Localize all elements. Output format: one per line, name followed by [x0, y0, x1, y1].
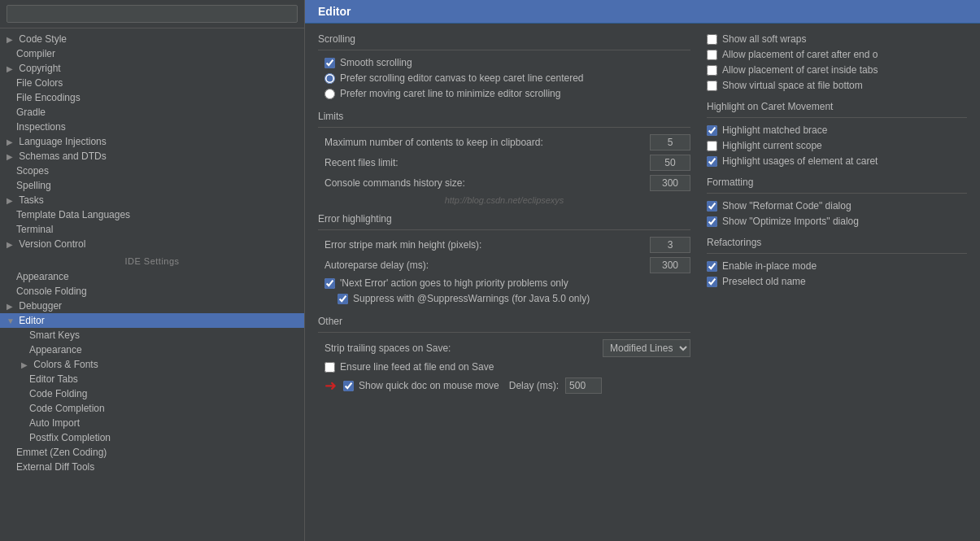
- sidebar-item-appearance-child[interactable]: Appearance: [0, 342, 304, 357]
- sidebar-item-console-folding[interactable]: Console Folding: [0, 284, 304, 299]
- suppress-checkbox[interactable]: [338, 294, 348, 304]
- sidebar-item-smart-keys[interactable]: Smart Keys: [0, 328, 304, 342]
- sidebar-item-terminal[interactable]: Terminal: [0, 222, 304, 237]
- sidebar-item-tasks[interactable]: ▶ Tasks: [0, 193, 304, 207]
- arrow-icon: ▶: [7, 196, 16, 205]
- prefer-scrolling-row: Prefer scrolling editor canvas to keep c…: [318, 72, 690, 84]
- show-soft-wraps-row: Show all soft wraps: [707, 33, 967, 45]
- sidebar-item-external-diff-tools[interactable]: External Diff Tools: [0, 460, 304, 474]
- other-section-title: Other: [318, 316, 690, 327]
- red-arrow-icon: ➜: [324, 377, 337, 395]
- stripe-height-input[interactable]: [650, 237, 690, 253]
- autoreparse-input[interactable]: [650, 257, 690, 273]
- sidebar-tree: ▶ Code Style Compiler ▶ Copyright File C…: [0, 28, 304, 541]
- show-virtual-space-checkbox[interactable]: [707, 81, 717, 91]
- arrow-icon: ▶: [21, 360, 31, 369]
- sidebar-item-schemas-dtds[interactable]: ▶ Schemas and DTDs: [0, 149, 304, 164]
- sidebar-item-emmet[interactable]: Emmet (Zen Coding): [0, 445, 304, 460]
- delay-input[interactable]: [565, 377, 602, 394]
- prefer-moving-row: Prefer moving caret line to minimize edi…: [318, 88, 690, 99]
- sidebar: ▶ Code Style Compiler ▶ Copyright File C…: [0, 0, 305, 541]
- arrow-icon: ▶: [7, 240, 16, 249]
- highlight-usages-checkbox[interactable]: [707, 156, 717, 167]
- console-history-input[interactable]: [650, 175, 690, 191]
- next-error-row: 'Next Error' action goes to high priorit…: [318, 277, 690, 289]
- suppress-row: Suppress with @SuppressWarnings (for Jav…: [318, 293, 690, 304]
- sidebar-item-scopes[interactable]: Scopes: [0, 164, 304, 178]
- arrow-icon: ▼: [7, 316, 16, 325]
- ide-settings-label: IDE Settings: [0, 251, 304, 269]
- allow-caret-end-checkbox[interactable]: [707, 50, 717, 60]
- show-reformat-row: Show "Reformat Code" dialog: [707, 200, 967, 212]
- refactorings-title: Refactorings: [707, 237, 967, 248]
- enable-inplace-checkbox[interactable]: [707, 261, 717, 272]
- allow-caret-end-row: Allow placement of caret after end o: [707, 49, 967, 60]
- search-input[interactable]: [7, 5, 298, 23]
- smooth-scrolling-checkbox[interactable]: [324, 58, 335, 68]
- preselect-old-checkbox[interactable]: [707, 277, 717, 287]
- show-reformat-checkbox[interactable]: [707, 201, 717, 212]
- sidebar-item-postfix-completion[interactable]: Postfix Completion: [0, 430, 304, 445]
- sidebar-item-debugger[interactable]: ▶ Debugger: [0, 299, 304, 313]
- sidebar-item-appearance[interactable]: Appearance: [0, 269, 304, 284]
- highlight-scope-checkbox[interactable]: [707, 141, 717, 151]
- ensure-line-feed-checkbox[interactable]: [324, 362, 335, 373]
- main-container: ▶ Code Style Compiler ▶ Copyright File C…: [0, 0, 980, 541]
- autoreparse-row: Autoreparse delay (ms):: [318, 257, 690, 273]
- enable-inplace-row: Enable in-place mode: [707, 260, 967, 272]
- stripe-height-row: Error stripe mark min height (pixels):: [318, 237, 690, 253]
- smooth-scrolling-row: Smooth scrolling: [318, 57, 690, 68]
- sidebar-item-template-data-languages[interactable]: Template Data Languages: [0, 207, 304, 222]
- sidebar-item-file-encodings[interactable]: File Encodings: [0, 90, 304, 105]
- recent-files-input[interactable]: [650, 155, 690, 171]
- sidebar-item-editor-tabs[interactable]: Editor Tabs: [0, 372, 304, 386]
- sidebar-item-code-folding[interactable]: Code Folding: [0, 386, 304, 401]
- recent-files-row: Recent files limit:: [318, 155, 690, 171]
- content-title: Editor: [305, 0, 980, 24]
- sidebar-item-spelling[interactable]: Spelling: [0, 178, 304, 193]
- highlight-matched-checkbox[interactable]: [707, 125, 717, 136]
- sidebar-item-file-colors[interactable]: File Colors: [0, 76, 304, 90]
- show-quick-doc-row: ➜ Show quick doc on mouse move Delay (ms…: [318, 377, 690, 395]
- show-soft-wraps-checkbox[interactable]: [707, 34, 717, 45]
- limits-section-title: Limits: [318, 111, 690, 122]
- highlight-scope-row: Highlight current scope: [707, 140, 967, 151]
- sidebar-item-version-control[interactable]: ▶ Version Control: [0, 237, 304, 251]
- allow-caret-tabs-checkbox[interactable]: [707, 65, 717, 76]
- ensure-line-feed-row: Ensure line feed at file end on Save: [318, 361, 690, 373]
- clipboard-input[interactable]: [650, 134, 690, 151]
- show-quick-doc-checkbox[interactable]: [343, 381, 354, 391]
- delay-label: Delay (ms):: [509, 380, 559, 391]
- right-column: Show all soft wraps Allow placement of c…: [707, 33, 967, 531]
- arrow-icon: ▶: [7, 152, 16, 161]
- show-optimize-checkbox[interactable]: [707, 216, 717, 227]
- sidebar-item-language-injections[interactable]: ▶ Language Injections: [0, 134, 304, 149]
- arrow-icon: ▶: [7, 302, 16, 311]
- show-virtual-space-row: Show virtual space at file bottom: [707, 80, 967, 91]
- sidebar-item-colors-fonts[interactable]: ▶ Colors & Fonts: [0, 357, 304, 372]
- next-error-checkbox[interactable]: [324, 278, 335, 289]
- sidebar-item-auto-import[interactable]: Auto Import: [0, 416, 304, 430]
- strip-trailing-row: Strip trailing spaces on Save: Modified …: [318, 339, 690, 357]
- highlight-caret-title: Highlight on Caret Movement: [707, 101, 967, 112]
- left-column: Scrolling Smooth scrolling Prefer scroll…: [318, 33, 690, 531]
- show-optimize-row: Show "Optimize Imports" dialog: [707, 216, 967, 227]
- arrow-icon: ▶: [7, 35, 16, 44]
- formatting-title: Formatting: [707, 177, 967, 188]
- strip-trailing-dropdown[interactable]: Modified Lines All None: [603, 339, 690, 357]
- sidebar-item-code-style[interactable]: ▶ Code Style: [0, 32, 304, 46]
- search-bar: [0, 0, 304, 28]
- scrolling-section-title: Scrolling: [318, 33, 690, 45]
- arrow-icon: ▶: [7, 64, 16, 73]
- console-history-row: Console commands history size:: [318, 175, 690, 191]
- sidebar-item-compiler[interactable]: Compiler: [0, 46, 304, 61]
- preselect-old-row: Preselect old name: [707, 276, 967, 287]
- watermark: http://blog.csdn.net/eclipsexys: [318, 195, 690, 205]
- sidebar-item-editor[interactable]: ▼ Editor: [0, 313, 304, 328]
- prefer-scrolling-radio[interactable]: [324, 73, 335, 84]
- sidebar-item-code-completion[interactable]: Code Completion: [0, 401, 304, 416]
- sidebar-item-copyright[interactable]: ▶ Copyright: [0, 61, 304, 76]
- sidebar-item-gradle[interactable]: Gradle: [0, 105, 304, 120]
- sidebar-item-inspections[interactable]: Inspections: [0, 120, 304, 134]
- prefer-moving-radio[interactable]: [324, 89, 335, 99]
